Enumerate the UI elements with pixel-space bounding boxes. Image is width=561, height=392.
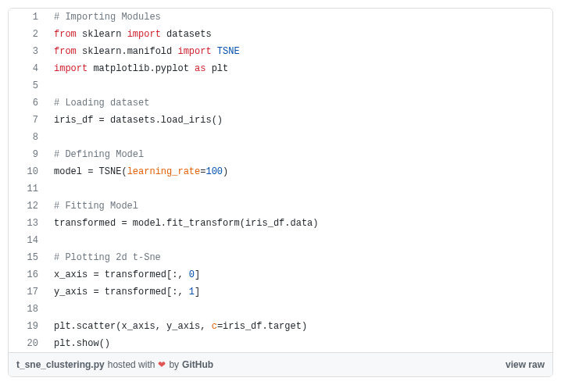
code-content: x_axis = transformed[:, 0] (46, 266, 200, 283)
line-number[interactable]: 5 (9, 77, 46, 94)
code-content (46, 180, 54, 198)
line-number[interactable]: 7 (9, 112, 46, 129)
code-line: 7iris_df = datasets.load_iris() (9, 112, 552, 129)
code-content: from sklearn.manifold import TSNE (46, 43, 240, 60)
line-number[interactable]: 15 (9, 249, 46, 266)
code-line: 4import matplotlib.pyplot as plt (9, 60, 552, 77)
code-line: 17y_axis = transformed[:, 1] (9, 283, 552, 301)
line-number[interactable]: 13 (9, 215, 46, 232)
code-content: # Plotting 2d t-Sne (46, 249, 161, 266)
line-number[interactable]: 9 (9, 146, 46, 163)
hosted-text: hosted with (108, 359, 155, 370)
line-number[interactable]: 14 (9, 232, 46, 249)
code-content: from sklearn import datasets (46, 26, 212, 43)
gist-container: 1# Importing Modules2from sklearn import… (8, 8, 553, 377)
code-content: plt.show() (46, 335, 110, 352)
code-line: 15# Plotting 2d t-Sne (9, 249, 552, 266)
line-number[interactable]: 11 (9, 180, 46, 198)
github-link[interactable]: GitHub (182, 359, 213, 370)
code-line: 8 (9, 129, 552, 146)
line-number[interactable]: 6 (9, 94, 46, 112)
code-line: 2from sklearn import datasets (9, 26, 552, 43)
code-line: 9# Defining Model (9, 146, 552, 163)
code-content: # Loading dataset (46, 94, 149, 112)
code-line: 11 (9, 180, 552, 198)
code-content: # Importing Modules (46, 9, 161, 26)
code-line: 13transformed = model.fit_transform(iris… (9, 215, 552, 232)
code-line: 6# Loading dataset (9, 94, 552, 112)
code-content: iris_df = datasets.load_iris() (46, 112, 223, 129)
code-line: 20plt.show() (9, 335, 552, 352)
line-number[interactable]: 18 (9, 301, 46, 318)
code-content: # Fitting Model (46, 198, 138, 215)
heart-icon: ❤ (158, 359, 166, 370)
code-content: import matplotlib.pyplot as plt (46, 60, 228, 77)
code-line: 12# Fitting Model (9, 198, 552, 215)
code-content: transformed = model.fit_transform(iris_d… (46, 215, 319, 232)
code-line: 19plt.scatter(x_axis, y_axis, c=iris_df.… (9, 318, 552, 335)
code-content: model = TSNE(learning_rate=100) (46, 163, 228, 180)
line-number[interactable]: 4 (9, 60, 46, 77)
code-content: y_axis = transformed[:, 1] (46, 283, 200, 301)
code-block: 1# Importing Modules2from sklearn import… (9, 9, 552, 352)
code-content (46, 77, 54, 94)
code-content (46, 129, 54, 146)
line-number[interactable]: 12 (9, 198, 46, 215)
code-line: 18 (9, 301, 552, 318)
code-line: 10model = TSNE(learning_rate=100) (9, 163, 552, 180)
line-number[interactable]: 8 (9, 129, 46, 146)
code-line: 1# Importing Modules (9, 9, 552, 26)
code-content (46, 232, 54, 249)
footer-left: t_sne_clustering.py hosted with ❤ by Git… (16, 359, 213, 370)
view-raw-link[interactable]: view raw (506, 359, 545, 370)
code-line: 14 (9, 232, 552, 249)
line-number[interactable]: 20 (9, 335, 46, 352)
line-number[interactable]: 16 (9, 266, 46, 283)
code-line: 5 (9, 77, 552, 94)
line-number[interactable]: 2 (9, 26, 46, 43)
line-number[interactable]: 17 (9, 283, 46, 301)
line-number[interactable]: 3 (9, 43, 46, 60)
line-number[interactable]: 1 (9, 9, 46, 26)
code-content (46, 301, 54, 318)
code-content: plt.scatter(x_axis, y_axis, c=iris_df.ta… (46, 318, 307, 335)
gist-footer: t_sne_clustering.py hosted with ❤ by Git… (9, 352, 552, 376)
code-line: 16x_axis = transformed[:, 0] (9, 266, 552, 283)
code-content: # Defining Model (46, 146, 144, 163)
code-line: 3from sklearn.manifold import TSNE (9, 43, 552, 60)
line-number[interactable]: 19 (9, 318, 46, 335)
filename-link[interactable]: t_sne_clustering.py (16, 359, 105, 370)
by-text: by (169, 359, 179, 370)
line-number[interactable]: 10 (9, 163, 46, 180)
